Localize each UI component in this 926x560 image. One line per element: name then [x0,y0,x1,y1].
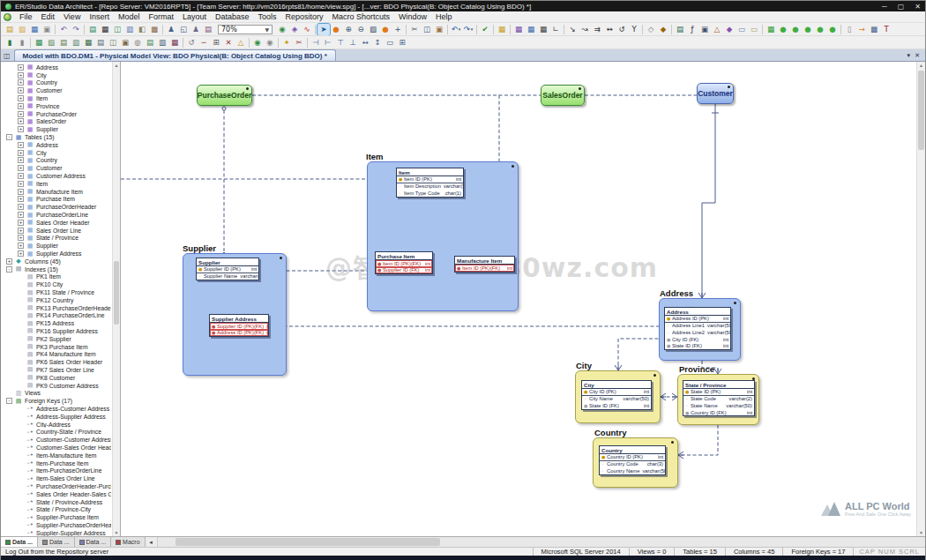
open-model-button[interactable]: ▧ [16,24,28,35]
menu-view[interactable]: View [59,12,85,21]
menu-file[interactable]: File [15,12,37,21]
entity-salesorder[interactable]: SalesOrder [541,85,585,106]
column-row[interactable]: ◦Address Line1varchar(50) [665,323,730,330]
tree-item[interactable]: ▤PK3 Purchase Item [2,343,111,351]
menu-layout[interactable]: Layout [178,12,211,21]
one-to-many-relationship-button[interactable]: ⇉ [591,24,603,35]
snap-to-grid-button[interactable]: ⊞ [396,37,408,49]
tree-item[interactable]: +▦Sales Order Header [2,219,111,227]
tree-item[interactable]: –•Supplier-PurchaseOrderHeader [2,521,111,529]
document-tab[interactable]: Model with BDO.DM1 - Physical Model View… [14,49,336,61]
add-table-button[interactable]: ▦ [33,37,45,49]
tree-expander-icon[interactable]: + [18,196,24,202]
app-menu-icon[interactable] [4,13,11,21]
column-row[interactable]: ●Supplier ID (PK)(FK)int [210,323,268,330]
column-row[interactable]: ●Item ID (PK)(FK)int [455,265,514,272]
tree-item[interactable]: ▤PK16 Supplier Address [2,327,111,335]
user-permissions-button[interactable]: ♟ [190,24,202,35]
hierarchical-layout-button[interactable]: ● [789,24,802,35]
view-relationship-button[interactable]: ◇ [645,24,657,35]
column-row[interactable]: ◦Item Type Codechar(1) [397,190,463,197]
overview-window-button[interactable]: ◉ [276,24,288,35]
tree-item[interactable]: +▦Address [2,141,111,149]
tree-scroll-thumb[interactable] [114,261,119,325]
publish-web-button[interactable]: ◉ [251,37,264,49]
fit-to-window-button[interactable]: ● [379,24,392,35]
tree-item[interactable]: +▦Customer [2,164,111,172]
tree-item[interactable]: +▦Item [2,94,111,102]
select-tool-button[interactable]: ➤ [317,24,330,35]
move-tool-button[interactable]: + [392,24,404,35]
reverse-engineer-button[interactable]: ▮ [4,37,16,49]
tree-expander-icon[interactable]: + [18,173,24,179]
validate-warning-button[interactable]: △ [235,37,247,49]
tree-item[interactable]: –•Country-State / Province [2,428,111,436]
tree-item[interactable]: -▤Indexes (15) [2,265,111,273]
entity-purchaseorder[interactable]: PurchaseOrder [197,85,252,106]
tree-item[interactable]: ▥Views [2,389,111,397]
compare-merge-button[interactable]: ▦ [99,24,111,35]
view-table-tool-button[interactable]: ▦ [537,24,549,35]
column-row[interactable]: ◦State Namevarchar(50) [683,402,754,409]
tree-item[interactable]: +▦City [2,149,111,157]
subtype-relationship-button[interactable]: Y [628,24,640,35]
save-button[interactable]: ▦ [28,24,41,35]
column-row[interactable]: ●City ID (FK)int [665,336,730,343]
tree-item[interactable]: –•Sales Order Header-Sales Ord... [2,490,111,498]
tree-item[interactable]: –•City-Address [2,421,111,429]
menu-edit[interactable]: Edit [37,12,60,21]
tree-item[interactable]: –•Address-Supplier Address [2,413,111,421]
tree-item[interactable]: +▦Address [2,63,111,71]
tree-scrollbar[interactable]: ▲ ▼ [112,62,120,536]
entity-table-supplier[interactable]: Supplier●Supplier ID (PK)int◦Supplier Na… [196,258,259,280]
where-used-button[interactable]: ▦ [168,37,181,49]
tree-item[interactable]: +▦Supplier [2,242,111,250]
refresh-model-button[interactable]: ▤ [144,37,156,49]
bottom-tab-data[interactable]: Data ... [1,537,38,547]
entity-tool-button[interactable]: ▦ [512,24,525,35]
tree-item[interactable]: ▤PK15 Address [2,319,111,327]
paste-button[interactable]: ▣ [433,24,445,35]
tree-expander-icon[interactable]: + [18,157,24,163]
menu-insert[interactable]: Insert [85,12,114,21]
copy-button[interactable]: ◫ [421,24,433,35]
zoom-out-button[interactable]: ⊖ [355,24,367,35]
tree-expander-icon[interactable]: + [18,87,24,93]
tree-item[interactable]: ▤PK11 State / Province [2,288,111,296]
scroll-down-icon[interactable]: ▼ [113,529,120,536]
tree-expander-icon[interactable]: + [18,189,24,195]
bottom-tab-data[interactable]: Data ... [38,537,75,547]
tree-item[interactable]: ▤PK6 Sales Order Header [2,358,111,366]
title-block-button[interactable]: ▤ [674,24,686,35]
tree-item[interactable]: –•Address-Customer Address [2,405,111,413]
column-row[interactable]: ◦State Codevarchar(2) [683,396,754,403]
tree-item[interactable]: ▤PK10 City [2,280,111,288]
tree-item[interactable]: ▤PK12 Country [2,296,111,304]
delete-object-button[interactable]: ✕ [222,37,235,49]
entity-table-purchase_item[interactable]: Purchase Item●Item ID (PK)(FK)int●Suppli… [375,251,433,274]
align-top-button[interactable]: ⊤ [334,37,347,49]
entity-table-supplier_address[interactable]: Supplier Address●Supplier ID (PK)(FK)int… [209,314,269,337]
tree-item[interactable]: –•State / Province-Address [2,498,111,506]
tree-item[interactable]: +▦PurchaseOrderHeader [2,203,111,211]
tree-expander-icon[interactable]: + [18,181,24,187]
scroll-up-icon[interactable]: ▲ [113,62,120,69]
column-row[interactable]: ◦Address Line2varchar(50) [665,329,730,336]
entity-table-city[interactable]: City●City ID (PK)int◦City Namevarchar(50… [581,380,652,410]
tree-expander-icon[interactable]: + [18,103,24,109]
tree-expander-icon[interactable]: + [18,150,24,156]
close-icon[interactable]: ✕ [915,3,921,11]
column-row[interactable]: ●Item ID (PK)int [397,176,463,183]
domain-tool-button[interactable]: ◆ [723,24,736,35]
remove-cut-button[interactable]: ✂ [293,37,305,49]
menu-help[interactable]: Help [431,12,457,21]
procedure-tool-button[interactable]: ▣ [698,24,711,35]
tree-item[interactable]: ▤PK8 Customer [2,374,111,382]
dependency-window-button[interactable]: ◱ [177,24,190,35]
tree-item[interactable]: –•Customer-Customer Address [2,436,111,444]
security-key-button[interactable]: ✦ [280,37,293,49]
zoom-in-button[interactable]: ⊕ [342,24,355,35]
bottom-tab-macro[interactable]: Macro [111,537,145,547]
report-button[interactable]: ▤ [86,24,99,35]
menu-format[interactable]: Format [144,12,178,21]
